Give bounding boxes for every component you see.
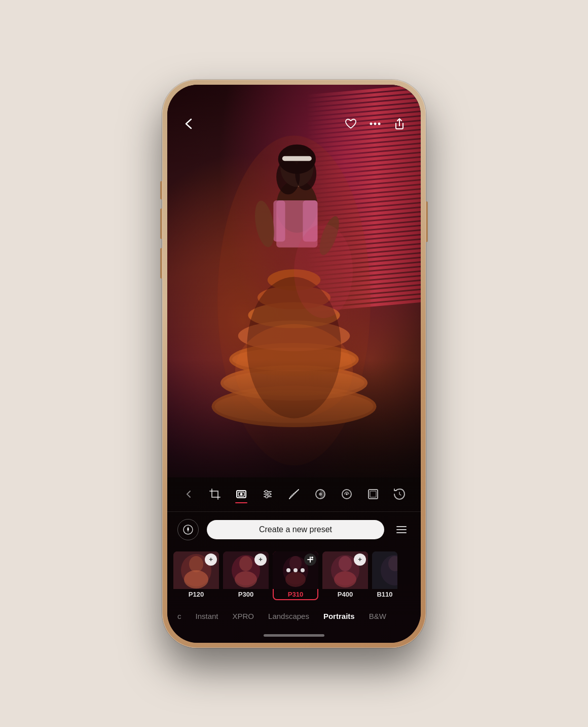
tool-mask[interactable]	[336, 483, 358, 505]
svg-point-44	[188, 529, 189, 530]
category-classic[interactable]: c	[171, 609, 188, 624]
svg-point-35	[268, 493, 271, 496]
more-button[interactable]	[366, 115, 384, 133]
phone-screen: Create a new preset	[167, 85, 421, 643]
svg-rect-42	[370, 491, 376, 497]
preset-p300-label: P300	[223, 589, 269, 600]
svg-point-2	[378, 122, 381, 125]
back-button[interactable]	[179, 115, 198, 133]
volume-buttons	[160, 181, 162, 279]
preset-b110-thumb	[372, 551, 397, 589]
compass-button[interactable]	[177, 519, 199, 540]
preset-p120[interactable]: + P120	[173, 551, 219, 600]
preset-p120-label: P120	[173, 589, 219, 600]
toolbar-back-arrow[interactable]	[177, 483, 200, 505]
nav-right-icons	[342, 115, 409, 133]
category-xpro[interactable]: XPRO	[227, 609, 261, 624]
volume-up-button	[160, 209, 162, 239]
preset-p400-add[interactable]: +	[354, 553, 366, 566]
svg-point-54	[239, 556, 252, 571]
svg-rect-10	[273, 200, 285, 241]
category-portraits[interactable]: Portraits	[317, 609, 361, 624]
preset-p300-thumb: +	[223, 551, 269, 589]
category-instant[interactable]: Instant	[190, 609, 225, 624]
photo-area	[167, 85, 421, 477]
preset-p310[interactable]: P310	[273, 551, 318, 600]
svg-point-60	[311, 557, 313, 559]
svg-rect-27	[282, 156, 312, 161]
preset-p400-label: P400	[322, 589, 368, 600]
preset-thumbnails-row: + P120	[167, 547, 421, 604]
svg-point-63	[339, 556, 352, 571]
svg-point-51	[184, 570, 208, 588]
bottom-area: Create a new preset	[167, 477, 421, 643]
top-nav	[167, 111, 421, 136]
svg-point-30	[240, 493, 243, 496]
share-button[interactable]	[390, 115, 409, 133]
preset-b110[interactable]: B110	[372, 551, 397, 600]
svg-point-55	[235, 571, 257, 587]
tool-photo[interactable]	[230, 483, 252, 505]
home-indicator	[167, 629, 421, 643]
toolbar-row	[167, 477, 421, 512]
tool-history[interactable]	[388, 483, 411, 505]
tool-adjust[interactable]	[256, 483, 279, 505]
bottom-gradient	[167, 359, 421, 477]
svg-point-0	[370, 122, 373, 125]
preset-p120-thumb: +	[173, 551, 219, 589]
status-bar	[167, 85, 421, 111]
preset-p400[interactable]: + P400	[322, 551, 368, 600]
preset-p300[interactable]: + P300	[223, 551, 269, 600]
photo-content	[167, 85, 421, 477]
phone-shell: Create a new preset	[162, 80, 426, 648]
svg-point-1	[374, 122, 377, 125]
create-preset-button[interactable]: Create a new preset	[207, 520, 384, 539]
tool-hsl[interactable]	[309, 483, 332, 505]
tool-curve[interactable]	[283, 483, 305, 505]
svg-point-36	[266, 496, 268, 498]
preset-p300-add[interactable]: +	[254, 553, 267, 566]
preset-p400-thumb: +	[322, 551, 368, 589]
preset-p310-thumb	[273, 551, 318, 589]
favorite-button[interactable]	[342, 115, 360, 133]
preset-p310-label: P310	[273, 589, 318, 600]
preset-p310-add[interactable]	[304, 553, 316, 566]
preset-p120-add[interactable]: +	[205, 553, 217, 566]
category-landscapes[interactable]: Landscapes	[262, 609, 315, 624]
category-bw[interactable]: B&W	[363, 609, 392, 624]
svg-point-40	[346, 493, 348, 495]
power-button	[426, 201, 428, 242]
svg-point-8	[295, 157, 316, 190]
volume-down-button	[160, 248, 162, 279]
preset-header-row: Create a new preset	[167, 512, 421, 547]
category-tabs-row: c Instant XPRO Landscapes Portraits B&W	[167, 604, 421, 629]
svg-point-34	[265, 491, 268, 493]
svg-point-50	[189, 556, 203, 572]
list-button[interactable]	[392, 521, 411, 539]
tool-frame[interactable]	[362, 483, 384, 505]
mute-button	[160, 181, 162, 199]
tool-crop[interactable]	[204, 483, 226, 505]
preset-b110-label: B110	[372, 589, 397, 600]
svg-point-38	[319, 493, 322, 496]
svg-point-64	[334, 571, 356, 587]
svg-point-26	[294, 224, 353, 318]
